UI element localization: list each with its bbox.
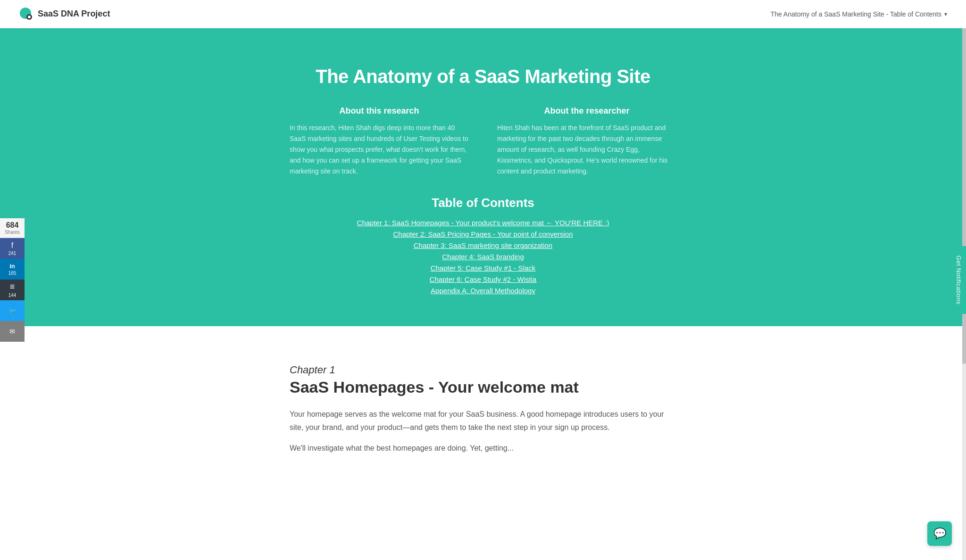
twitter-share-button[interactable]: 🐦 bbox=[0, 300, 25, 321]
about-researcher-text: Hiten Shah has been at the forefront of … bbox=[497, 123, 676, 177]
table-of-contents: Table of Contents Chapter 1: SaaS Homepa… bbox=[318, 196, 648, 295]
share-count-label: Shares bbox=[4, 230, 21, 235]
notifications-label: Get Notifications bbox=[955, 255, 962, 305]
hero-title: The Anatomy of a SaaS Marketing Site bbox=[19, 66, 947, 87]
chapter1-label: Chapter 1 bbox=[290, 364, 676, 376]
toc-item-1[interactable]: Chapter 1: SaaS Homepages - Your product… bbox=[357, 219, 609, 227]
about-columns: About this research In this research, Hi… bbox=[271, 106, 695, 177]
toc-item-4[interactable]: Chapter 4: SaaS branding bbox=[442, 253, 524, 261]
linkedin-count: 165 bbox=[8, 271, 17, 276]
buffer-count: 144 bbox=[8, 293, 17, 298]
buffer-share-button[interactable]: ≡ 144 bbox=[0, 280, 25, 300]
content-wrapper: Chapter 1 SaaS Homepages - Your welcome … bbox=[0, 326, 966, 500]
about-research-text: In this research, Hiten Shah digs deep i… bbox=[290, 123, 469, 177]
nav-dropdown-label: The Anatomy of a SaaS Marketing Site - T… bbox=[771, 10, 941, 18]
twitter-icon: 🐦 bbox=[8, 307, 17, 314]
email-icon: ✉ bbox=[9, 328, 15, 335]
toc-item-5[interactable]: Chapter 5: Case Study #1 - Slack bbox=[431, 264, 536, 272]
buffer-icon: ≡ bbox=[10, 282, 15, 292]
logo-icon bbox=[19, 7, 34, 22]
toc-item-6[interactable]: Chapter 6: Case Study #2 - Wistia bbox=[430, 275, 537, 283]
header: SaaS DNA Project The Anatomy of a SaaS M… bbox=[0, 0, 966, 28]
toc-item-7[interactable]: Appendix A: Overall Methodology bbox=[431, 287, 535, 295]
email-share-button[interactable]: ✉ bbox=[0, 321, 25, 342]
chapter1-section: Chapter 1 SaaS Homepages - Your welcome … bbox=[271, 336, 695, 491]
linkedin-share-button[interactable]: in 165 bbox=[0, 259, 25, 280]
social-sidebar: 684 Shares f 241 in 165 ≡ 144 🐦 ✉ bbox=[0, 218, 25, 342]
chapter1-intro-p2: We'll investigate what the best homepage… bbox=[290, 442, 676, 455]
notifications-panel[interactable]: Get Notifications bbox=[951, 246, 966, 314]
chapter1-intro-p1: Your homepage serves as the welcome mat … bbox=[290, 408, 676, 434]
toc-item-2[interactable]: Chapter 2: SaaS Pricing Pages - Your poi… bbox=[393, 230, 573, 238]
chevron-down-icon: ▾ bbox=[944, 11, 947, 17]
about-research-col: About this research In this research, Hi… bbox=[290, 106, 469, 177]
nav-dropdown[interactable]: The Anatomy of a SaaS Marketing Site - T… bbox=[771, 10, 947, 18]
toc-item-3[interactable]: Chapter 3: SaaS marketing site organizat… bbox=[414, 241, 552, 249]
about-researcher-heading: About the researcher bbox=[497, 106, 676, 116]
svg-point-2 bbox=[28, 16, 31, 18]
toc-list: Chapter 1: SaaS Homepages - Your product… bbox=[318, 219, 648, 295]
linkedin-icon: in bbox=[9, 263, 15, 270]
share-count-box: 684 Shares bbox=[0, 218, 25, 238]
about-research-heading: About this research bbox=[290, 106, 469, 116]
facebook-count: 241 bbox=[8, 251, 17, 256]
about-researcher-col: About the researcher Hiten Shah has been… bbox=[497, 106, 676, 177]
facebook-share-button[interactable]: f 241 bbox=[0, 238, 25, 259]
logo-area: SaaS DNA Project bbox=[19, 7, 110, 22]
hero-section: The Anatomy of a SaaS Marketing Site Abo… bbox=[0, 28, 966, 326]
facebook-icon: f bbox=[11, 241, 13, 250]
share-count-number: 684 bbox=[4, 221, 21, 230]
chapter1-title: SaaS Homepages - Your welcome mat bbox=[290, 378, 676, 396]
logo-text: SaaS DNA Project bbox=[38, 9, 110, 19]
toc-title: Table of Contents bbox=[318, 196, 648, 210]
